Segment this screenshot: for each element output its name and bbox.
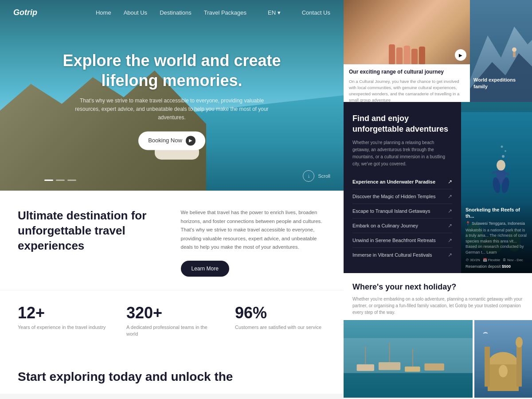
cultural-image: ▶ (344, 0, 470, 64)
stat-item-1: 320+ A dedicated professional teams in t… (126, 304, 217, 338)
holiday-main-image (344, 320, 473, 398)
nav-contact[interactable]: Contact Us (302, 9, 330, 16)
adventure-item-text-1: Discover the Magic of Hidden Temples (352, 194, 436, 199)
holiday-subtitle: Whether you're embarking on a solo adven… (352, 296, 523, 316)
adventure-item-5[interactable]: Immerse in Vibrant Cultural Festivals ↗ (352, 248, 452, 262)
snorkeling-deposit: Reservation deposit $500 (466, 264, 528, 269)
adventure-item-1[interactable]: Discover the Magic of Hidden Temples ↗ (352, 189, 452, 204)
boat-body (155, 149, 199, 160)
adventure-arrow-4: ↗ (448, 237, 452, 243)
adventure-arrow-5: ↗ (448, 252, 452, 258)
cta-section: Start exploring today and unlock the (0, 351, 344, 394)
stat-label-1: A dedicated professional teams in the wo… (126, 324, 217, 338)
snorkeling-tag-2: 🗓 Nov - Dec (503, 258, 523, 262)
nav-about[interactable]: About Us (124, 9, 147, 16)
cultural-content: Our exciting range of cultural journey O… (344, 64, 470, 102)
svg-rect-31 (516, 342, 522, 387)
about-section: Ultimate destination for unforgettable t… (0, 191, 344, 290)
svg-rect-33 (485, 347, 490, 387)
adventure-left: Find and enjoy unforgettable adventures … (344, 102, 461, 273)
calendar-icon: 📅 (483, 258, 487, 262)
clock-icon: ⏱ (466, 258, 469, 262)
about-left: Ultimate destination for unforgettable t… (18, 208, 163, 277)
person-5 (419, 47, 425, 64)
adventure-arrow-3: ↗ (448, 223, 452, 229)
stat-number-2: 96% (235, 304, 326, 322)
learn-more-button[interactable]: Learn More (181, 261, 229, 277)
nav-destinations[interactable]: Destinations (160, 9, 192, 16)
cultural-people (389, 44, 425, 64)
nav-home[interactable]: Home (96, 9, 111, 16)
svg-point-16 (505, 150, 506, 152)
svg-rect-4 (513, 52, 516, 57)
snorkeling-tag-0: ⏱ 3D/2N (466, 258, 480, 262)
svg-point-9 (497, 160, 505, 171)
deposit-amount: $500 (502, 264, 511, 269)
date-icon: 🗓 (503, 258, 506, 262)
adventure-arrow-0: ↗ (448, 179, 452, 185)
adventure-item-text-0: Experience an Underwater Paradise (352, 179, 435, 184)
svg-point-15 (502, 155, 505, 158)
svg-rect-27 (344, 373, 473, 397)
location-pin-icon: 📍 (466, 221, 470, 226)
holiday-title: Where's your next holiday? (352, 282, 523, 292)
adventure-list: Experience an Underwater Paradise ↗ Disc… (352, 175, 452, 262)
booking-button[interactable]: Booking Now ▶ (138, 131, 205, 150)
about-right: We believe that travel has the power to … (181, 208, 326, 277)
harbor-svg (344, 320, 473, 398)
hero-subtitle: That's why we strive to make travel acce… (72, 97, 272, 122)
hero-dot-3[interactable] (67, 180, 76, 181)
adventure-item-text-2: Escape to Tranquil Island Getaways (352, 208, 430, 214)
stat-label-2: Customers are satisfied with our service (235, 324, 326, 331)
holiday-section: Where's your next holiday? Whether you'r… (344, 273, 532, 398)
stats-section: 12+ Years of experience in the travel in… (0, 290, 344, 351)
holiday-images (344, 320, 532, 398)
nav-logo[interactable]: Gotrip (13, 8, 37, 17)
adventure-item-0[interactable]: Experience an Underwater Paradise ↗ (352, 175, 452, 189)
cta-title: Start exploring today and unlock the (18, 369, 326, 385)
nav-links: Home About Us Destinations Travel Packag… (96, 9, 330, 16)
adventure-item-4[interactable]: Unwind in Serene Beachfront Retreats ↗ (352, 233, 452, 248)
svg-point-34 (499, 365, 508, 377)
snorkeling-tag-1: 📅 Flexible (483, 258, 501, 262)
adventure-subtitle: Whether you're planning a relaxing beach… (352, 139, 452, 168)
person-2 (396, 47, 403, 64)
hero-dot-2[interactable] (56, 180, 65, 181)
nav-packages[interactable]: Travel Packages (204, 9, 246, 16)
adventure-right: Snorkeling the Reefs of th... 📍 Sulawesi… (461, 102, 532, 273)
adventure-item-2[interactable]: Escape to Tranquil Island Getaways ↗ (352, 204, 452, 219)
adventure-title: Find and enjoy unforgettable adventures (352, 113, 452, 135)
about-text: We believe that travel has the power to … (181, 208, 326, 252)
navigation: Gotrip Home About Us Destinations Travel… (0, 0, 344, 25)
cultural-text: On a Cultural Journey, you have the chan… (349, 78, 465, 102)
svg-point-3 (512, 47, 516, 52)
right-panel: ▶ Our exciting range of cultural journey… (344, 0, 532, 399)
nav-language[interactable]: EN ▾ (268, 9, 281, 16)
stat-item-0: 12+ Years of experience in the travel in… (18, 304, 109, 338)
svg-rect-22 (405, 367, 420, 372)
adventure-item-3[interactable]: Embark on a Culinary Journey ↗ (352, 219, 452, 233)
svg-rect-23 (424, 364, 444, 371)
scroll-circle: ↓ (303, 170, 314, 182)
svg-point-17 (501, 145, 503, 148)
booking-label: Booking Now (148, 137, 182, 144)
card-expeditions: World expeditions family (470, 0, 532, 102)
left-panel: Gotrip Home About Us Destinations Travel… (0, 0, 344, 399)
scroll-label: Scroll (318, 173, 330, 179)
person-1 (389, 44, 395, 64)
adventure-arrow-2: ↗ (448, 208, 452, 214)
hero-dots (44, 180, 76, 181)
snorkeling-title: Snorkeling the Reefs of th... (466, 207, 528, 219)
snorkeling-image: Snorkeling the Reefs of th... 📍 Sulawesi… (461, 102, 532, 273)
svg-rect-21 (379, 362, 400, 370)
adventure-arrow-1: ↗ (448, 193, 452, 200)
hero-dot-1[interactable] (44, 180, 53, 181)
location-text: Sulawesi Tenggara, Indonesia (472, 221, 525, 226)
snorkeling-location: 📍 Sulawesi Tenggara, Indonesia (466, 221, 528, 226)
person-3 (404, 46, 410, 64)
svg-point-32 (516, 337, 523, 348)
cultural-play-btn[interactable]: ▶ (455, 49, 466, 61)
about-title: Ultimate destination for unforgettable t… (18, 208, 163, 253)
scroll-indicator: ↓ Scroll (303, 170, 330, 182)
adventure-item-text-4: Unwind in Serene Beachfront Retreats (352, 238, 436, 243)
